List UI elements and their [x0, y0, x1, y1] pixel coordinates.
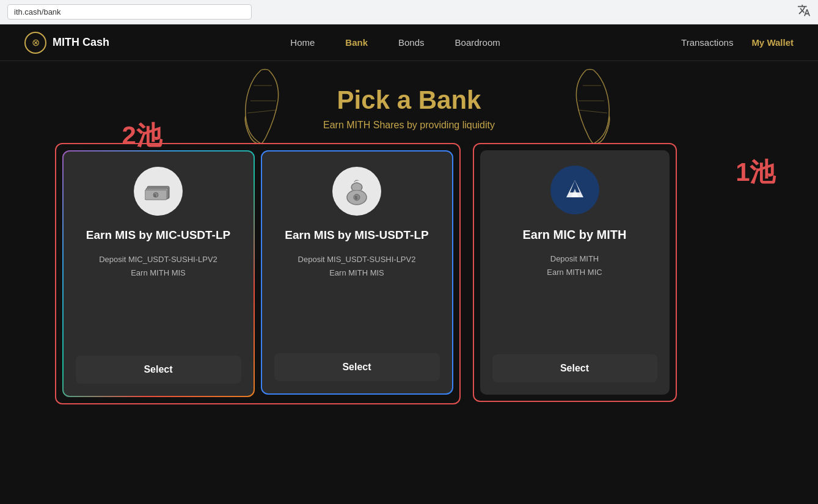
- card-2-desc: Deposit MIS_USDT-SUSHI-LPV2 Earn MITH MI…: [298, 253, 416, 341]
- pool1-label: 1池: [736, 155, 775, 189]
- logo[interactable]: ⊗ MITH Cash: [24, 32, 109, 54]
- logo-icon: ⊗: [24, 32, 46, 54]
- nav-transactions[interactable]: Transactions: [681, 37, 733, 48]
- nav-my-wallet[interactable]: My Wallet: [751, 37, 794, 48]
- page-title: Pick a Bank: [0, 86, 818, 115]
- nav-home[interactable]: Home: [290, 37, 315, 48]
- browser-bar: ith.cash/bank: [0, 0, 818, 24]
- card-2-icon: $: [332, 167, 381, 216]
- card-2-title: Earn MIS by MIS-USDT-LP: [285, 228, 428, 243]
- card-3-icon: [550, 166, 599, 214]
- card-2-select-button[interactable]: Select: [274, 353, 440, 381]
- cards-area: 2池 1池: [43, 143, 776, 404]
- card-1-desc: Deposit MIC_USDT-SUSHI-LPV2 Earn MITH MI…: [99, 253, 217, 343]
- card-1-icon: $: [134, 167, 183, 216]
- pool2-section: $ Earn MIS by MIC-USDT-LP Deposit MIC_US…: [55, 143, 461, 404]
- url-bar[interactable]: ith.cash/bank: [7, 4, 252, 20]
- nav-boardroom[interactable]: Boardroom: [455, 37, 500, 48]
- card-1-select-button[interactable]: Select: [76, 356, 241, 384]
- main-content: Pick a Bank Earn MITH Shares by providin…: [0, 61, 818, 504]
- card-2: $ Earn MIS by MIS-USDT-LP Deposit MIS_US…: [261, 150, 453, 397]
- nav-bank[interactable]: Bank: [345, 37, 368, 48]
- card-2-inner: $ Earn MIS by MIS-USDT-LP Deposit MIS_US…: [261, 150, 453, 395]
- card-1-inner: $ Earn MIS by MIC-USDT-LP Deposit MIC_US…: [64, 152, 254, 396]
- navbar-nav: Home Bank Bonds Boardroom: [290, 37, 500, 48]
- svg-line-5: [578, 110, 607, 113]
- card-1: $ Earn MIS by MIC-USDT-LP Deposit MIC_US…: [62, 150, 255, 397]
- card-1-title: Earn MIS by MIC-USDT-LP: [86, 228, 230, 243]
- card-3-title: Earn MIC by MITH: [522, 227, 626, 243]
- svg-line-2: [247, 110, 277, 113]
- left-hand-decoration: [238, 67, 284, 149]
- card-3-select-button[interactable]: Select: [492, 354, 657, 382]
- pool1-section: Earn MIC by MITH Deposit MITH Earn MITH …: [473, 143, 677, 402]
- card-3: Earn MIC by MITH Deposit MITH Earn MITH …: [480, 150, 670, 395]
- card-3-inner: Earn MIC by MITH Deposit MITH Earn MITH …: [480, 150, 670, 395]
- card-3-desc: Deposit MITH Earn MITH MIC: [547, 252, 602, 342]
- svg-text:$: $: [355, 195, 357, 200]
- navbar: ⊗ MITH Cash Home Bank Bonds Boardroom Tr…: [0, 24, 818, 61]
- right-hand-decoration: [571, 67, 616, 149]
- sections-row: $ Earn MIS by MIC-USDT-LP Deposit MIC_US…: [55, 143, 764, 404]
- translate-icon: [797, 4, 811, 20]
- navbar-right: Transactions My Wallet: [681, 37, 794, 48]
- nav-bonds[interactable]: Bonds: [398, 37, 425, 48]
- pool2-label: 2池: [122, 119, 162, 153]
- logo-text: MITH Cash: [53, 36, 109, 49]
